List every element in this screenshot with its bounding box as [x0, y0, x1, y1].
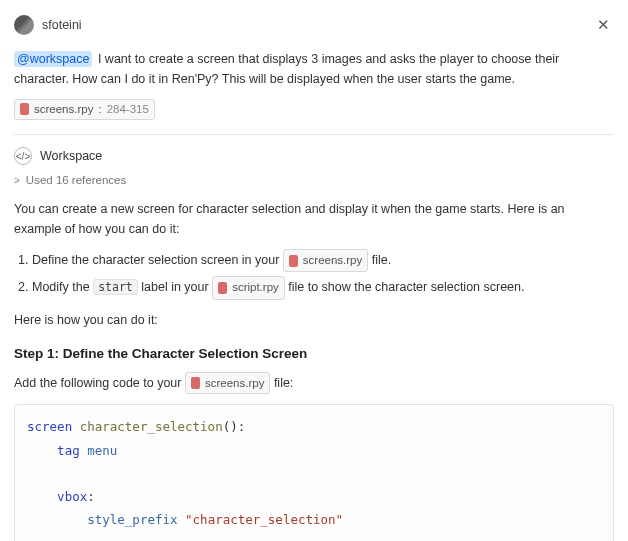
- file-chip[interactable]: script.rpy: [212, 276, 285, 300]
- steps-list: Define the character selection screen in…: [32, 249, 614, 300]
- file-chip-name: script.rpy: [232, 278, 279, 298]
- close-icon[interactable]: ✕: [593, 12, 614, 39]
- section-heading: Step 1: Define the Character Selection S…: [14, 344, 614, 364]
- inline-code: start: [93, 279, 138, 295]
- workspace-icon: </>: [14, 147, 32, 165]
- file-chip[interactable]: screens.rpy: [283, 249, 368, 273]
- file-chip-lines: 284-315: [107, 101, 149, 118]
- file-icon: [20, 103, 29, 115]
- chevron-right-icon: >: [14, 173, 20, 188]
- code-block[interactable]: screen character_selection(): tag menu v…: [14, 404, 614, 541]
- username: sfoteini: [42, 16, 82, 35]
- file-chip-name: screens.rpy: [205, 374, 264, 392]
- avatar: [14, 15, 34, 35]
- workspace-mention: @workspace: [14, 51, 92, 67]
- file-chip[interactable]: screens.rpy: [185, 372, 270, 394]
- user-message-text: I want to create a screen that displays …: [14, 52, 559, 86]
- list-item: Modify the start label in your script.rp…: [32, 276, 614, 300]
- howto-text: Here is how you can do it:: [14, 310, 614, 330]
- references-label: Used 16 references: [26, 172, 126, 189]
- divider: [14, 134, 614, 135]
- file-chip-name: screens.rpy: [34, 101, 93, 118]
- workspace-title: Workspace: [40, 147, 102, 166]
- file-chip-name: screens.rpy: [303, 251, 362, 271]
- section-intro: Add the following code to your screens.r…: [14, 372, 614, 394]
- file-icon: [218, 282, 227, 294]
- list-item: Define the character selection screen in…: [32, 249, 614, 273]
- response-intro: You can create a new screen for characte…: [14, 199, 614, 239]
- user-message: @workspace I want to create a screen tha…: [14, 49, 614, 89]
- file-chip[interactable]: screens.rpy:284-315: [14, 99, 155, 120]
- references-toggle[interactable]: > Used 16 references: [14, 172, 614, 189]
- file-icon: [289, 255, 298, 267]
- file-icon: [191, 377, 200, 389]
